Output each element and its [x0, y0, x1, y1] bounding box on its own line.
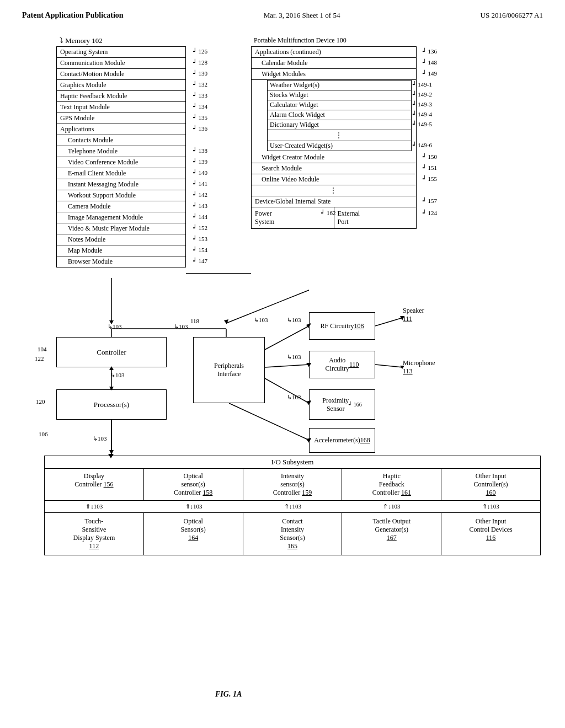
- io-arrows-row: ⇑↓103 ⇑↓103 ⇑↓103 ⇑↓103 ⇑↓103: [45, 501, 540, 513]
- io-arr3: ⇑↓103: [243, 501, 342, 512]
- memory-box: Operating System ┙ 126 Communication Mod…: [56, 46, 186, 267]
- dev-alarm: Alarm Clock Widget ┙ 149-4: [268, 110, 411, 120]
- processor-box: Processor(s) 120: [56, 389, 167, 420]
- io-arr1: ⇑↓103: [45, 501, 144, 512]
- device-title-label: Portable Multifunction Device 100: [254, 36, 347, 45]
- intensity-ctrl-cell: Intensitysensor(s)Controller 159: [243, 469, 343, 500]
- mem-video-conf: Video Conference Module ┙ 139: [57, 157, 185, 168]
- mem-notes: Notes Module ┙ 153: [57, 234, 185, 245]
- io-arr2: ⇑↓103: [144, 501, 243, 512]
- ref103-d: ↳103: [254, 317, 268, 324]
- optical-ctrl-cell: Opticalsensor(s)Controller 158: [144, 469, 243, 500]
- mem-workout: Workout Support Module ┙ 142: [57, 190, 185, 201]
- mem-map: Map Module ┙ 154: [57, 245, 185, 256]
- proc-to-io-arrow: [108, 454, 114, 458]
- mem-graphics: Graphics Module ┙ 132: [57, 80, 185, 91]
- rf-box: RF Circuitry108: [309, 312, 375, 340]
- header-right: US 2016/0066277 A1: [481, 11, 543, 20]
- mem-image: Image Management Module ┙ 144: [57, 212, 185, 223]
- fig-label: FIG. 1A: [215, 690, 242, 699]
- accelerometer-box: Accelerometer(s)168: [309, 428, 375, 453]
- mem-camera: Camera Module ┙ 143: [57, 201, 185, 212]
- memory-title-label: ⤵ Memory 102: [60, 36, 103, 45]
- page-header: Patent Application Publication Mar. 3, 2…: [22, 11, 543, 20]
- dev-online-video: Online Video Module ┙ 155: [252, 174, 416, 185]
- header-center: Mar. 3, 2016 Sheet 1 of 54: [264, 11, 340, 20]
- dev-power-ext: PowerSystem ┙ 162 ExternalPort ┙ 124: [252, 207, 416, 228]
- mem-apps: Applications ┙ 136: [57, 124, 185, 135]
- header-left: Patent Application Publication: [22, 11, 124, 20]
- mem-os: Operating System ┙ 126: [57, 47, 185, 58]
- device-box: Applications (continued) ┙ 136 Calendar …: [251, 46, 417, 229]
- svg-line-19: [375, 365, 403, 367]
- dev-widget-modules: Widget Modules ┙ 149: [252, 69, 416, 80]
- ref103-bottom: ↳103: [93, 435, 107, 442]
- mem-comm: Communication Module ┙ 128: [57, 58, 185, 69]
- mem-im: Instant Messaging Module ┙ 141: [57, 179, 185, 190]
- mem-gps: GPS Module ┙ 135: [57, 113, 185, 124]
- io-devices-row: Touch-SensitiveDisplay System112 Optical…: [45, 513, 540, 555]
- dev-apps-cont: Applications (continued) ┙ 136: [252, 47, 416, 58]
- tactile-output-cell: Tactile OutputGenerator(s)167: [342, 513, 441, 555]
- main-diagram: ⤵ Memory 102 Operating System ┙ 126 Comm…: [22, 36, 552, 687]
- ref103-e: ↳103: [287, 317, 301, 324]
- dev-dots2: ⋮: [252, 185, 416, 196]
- mem-email: E-mail Client Module ┙ 140: [57, 168, 185, 179]
- display-ctrl-cell: DisplayController 156: [45, 469, 144, 500]
- dev-calendar: Calendar Module ┙ 148: [252, 58, 416, 69]
- peripherals-box: PeripheralsInterface: [193, 337, 265, 403]
- ref103-top: 118: [190, 318, 199, 324]
- speaker-label: Speaker111: [403, 307, 424, 323]
- other-input-cell: Other InputControl Devices116: [441, 513, 540, 555]
- microphone-label: Microphone113: [403, 359, 435, 376]
- dev-ext-port: ExternalPort ┙ 124: [334, 207, 417, 228]
- svg-line-9: [265, 326, 309, 350]
- dev-search: Search Module ┙ 151: [252, 163, 416, 174]
- svg-line-15: [229, 403, 309, 440]
- ref106: 106: [39, 431, 48, 437]
- controller-box: Controller 104 122: [56, 337, 167, 367]
- svg-line-11: [265, 365, 309, 367]
- mem-haptic: Haptic Feedback Module ┙ 133: [57, 91, 185, 102]
- proc-to-io-line: [111, 420, 112, 456]
- dev-weather: Weather Widget(s) ┙ 149-1: [268, 81, 411, 90]
- io-controllers-row: DisplayController 156 Opticalsensor(s)Co…: [45, 469, 540, 501]
- mem-contact: Contact/Motion Module ┙ 130: [57, 69, 185, 80]
- contact-sensor-cell: ContactIntensitySensor(s)165: [243, 513, 343, 555]
- touch-display-cell: Touch-SensitiveDisplay System112: [45, 513, 144, 555]
- svg-line-17: [375, 318, 403, 326]
- dev-user-widget: User-Created Widget(s) ┙ 149-6: [268, 141, 411, 151]
- dev-internal-state: Device/Global Internal State ┙ 157: [252, 196, 416, 207]
- io-arr5: ⇑↓103: [441, 501, 540, 512]
- optical-sensor-cell: OpticalSensor(s)164: [144, 513, 243, 555]
- mem-contacts: Contacts Module: [57, 135, 185, 146]
- dev-dictionary: Dictionary Widget ┙ 149-5: [268, 120, 411, 130]
- dev-dots: ⋮: [268, 130, 411, 141]
- io-title: I/O Subsystem: [45, 456, 540, 469]
- io-subsystem-outer: I/O Subsystem DisplayController 156 Opti…: [44, 456, 541, 555]
- io-arr4: ⇑↓103: [342, 501, 441, 512]
- mem-browser: Browser Module ┙ 147: [57, 256, 185, 267]
- dev-widget-creator: Widget Creator Module ┙ 150: [252, 152, 416, 163]
- mem-video-music: Video & Music Player Module ┙ 152: [57, 223, 185, 234]
- ref103-f: ↳103: [287, 354, 301, 361]
- audio-box: AudioCircuitry110: [309, 351, 375, 378]
- svg-marker-24: [224, 319, 228, 324]
- widget-subbox: Weather Widget(s) ┙ 149-1 Stocks Widget …: [267, 80, 412, 151]
- ref103-c: ↳103: [110, 372, 125, 379]
- mem-text: Text Input Module ┙ 134: [57, 102, 185, 113]
- haptic-ctrl-cell: HapticFeedbackController 161: [342, 469, 441, 500]
- proximity-box: ProximitySensor┙ 166: [309, 389, 375, 420]
- dev-power: PowerSystem ┙ 162: [252, 207, 334, 228]
- dev-stocks: Stocks Widget ┙ 149-2: [268, 90, 411, 100]
- mem-telephone: Telephone Module ┙ 138: [57, 146, 185, 157]
- ref103-a: ↳103: [108, 323, 122, 330]
- other-ctrl-cell: Other InputController(s)160: [441, 469, 540, 500]
- ref103-g: ↳103: [287, 394, 301, 401]
- dev-calculator: Calculator Widget ┙ 149-3: [268, 100, 411, 110]
- ref103-b: ↳103: [174, 323, 188, 330]
